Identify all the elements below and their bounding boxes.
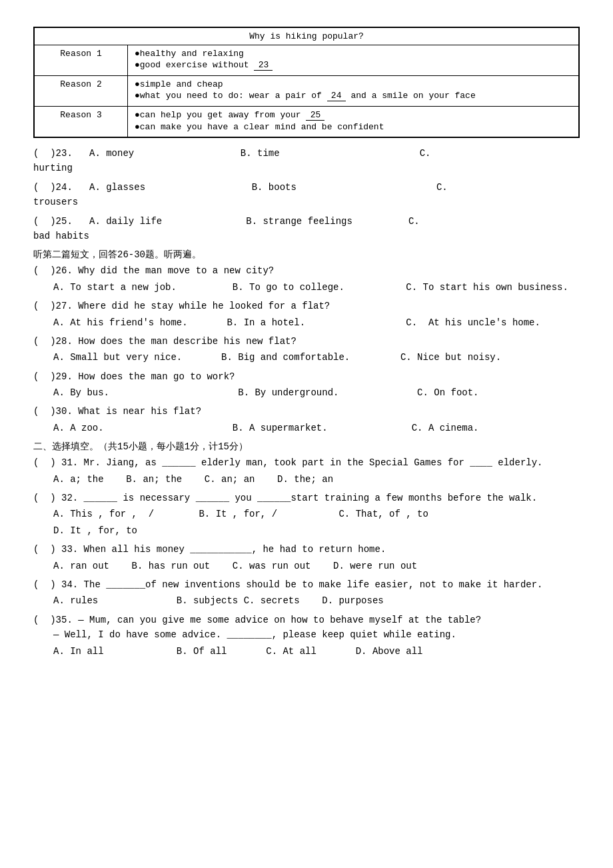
- question-31-block: ( ) 31. Mr. Jiang, as ______ elderly man…: [33, 455, 580, 487]
- question-32-block: ( ) 32. ______ is necessary ______ you _…: [33, 491, 580, 538]
- question-24-c: trousers: [33, 195, 580, 209]
- reason-1-label: Reason 1: [35, 45, 128, 76]
- question-25-c: bad habits: [33, 229, 580, 243]
- question-32-options-d: D. It , for, to: [53, 523, 580, 538]
- question-34-stem: ( ) 34. The _______of new inventions sho…: [33, 577, 580, 592]
- question-35-options: A. In all B. Of all C. At all D. Above a…: [53, 644, 580, 659]
- table-header: Why is hiking popular?: [35, 28, 579, 45]
- question-32-stem: ( ) 32. ______ is necessary ______ you _…: [33, 491, 580, 505]
- question-33-stem: ( ) 33. When all his money ___________, …: [33, 542, 580, 557]
- question-26-stem: ( )26. Why did the man move to a new cit…: [33, 263, 580, 278]
- question-27-block: ( )27. Where did he stay while he looked…: [33, 299, 580, 330]
- question-32-options-abc: A. This , for , / B. It , for, / C. That…: [53, 507, 580, 521]
- question-23-c: hurting: [33, 161, 580, 175]
- question-31-stem: ( ) 31. Mr. Jiang, as ______ elderly man…: [33, 455, 580, 470]
- question-23-stem: ( )23. A. money B. time C.: [33, 146, 580, 161]
- question-24-block: ( )24. A. glasses B. boots C. trousers: [33, 180, 580, 210]
- blank-24: 24: [327, 91, 346, 101]
- reason-2-label: Reason 2: [35, 76, 128, 107]
- reason-3-bullet-2: ●can make you have a clear mind and be c…: [135, 122, 572, 132]
- question-33-options: A. ran out B. has run out C. was run out…: [53, 559, 580, 573]
- blank-25: 25: [306, 110, 324, 121]
- question-25-block: ( )25. A. daily life B. strange feelings…: [33, 214, 580, 244]
- question-30-block: ( )30. What is near his flat? A. A zoo. …: [33, 404, 580, 435]
- question-29-stem: ( )29. How does the man go to work?: [33, 369, 580, 384]
- question-23-block: ( )23. A. money B. time C. hurting: [33, 146, 580, 176]
- reason-1-bullet-1: ●healthy and relaxing: [135, 49, 572, 59]
- question-34-options: A. rules B. subjects C. secrets D. purpo…: [53, 593, 580, 608]
- reason-2-bullets: ●simple and cheap ●what you need to do: …: [128, 76, 579, 107]
- reason-2-bullet-2: ●what you need to do: wear a pair of 24 …: [135, 91, 572, 101]
- question-31-options: A. a; the B. an; the C. an; an D. the; a…: [53, 472, 580, 487]
- reason-1-bullet-2: ●good exercise without 23: [135, 60, 572, 71]
- question-34-block: ( ) 34. The _______of new inventions sho…: [33, 577, 580, 609]
- question-35-stem-2: — Well, I do have some advice. ________,…: [53, 627, 580, 642]
- question-27-stem: ( )27. Where did he stay while he looked…: [33, 299, 580, 313]
- question-29-options: A. By bus. B. By underground. C. On foot…: [53, 385, 580, 400]
- question-28-options: A. Small but very nice. B. Big and comfo…: [53, 350, 580, 365]
- question-26-block: ( )26. Why did the man move to a new cit…: [33, 263, 580, 295]
- question-30-stem: ( )30. What is near his flat?: [33, 404, 580, 419]
- section3-title: 二、选择填空。（共15小题，每小题1分，计15分）: [33, 441, 580, 453]
- main-content: Why is hiking popular? Reason 1 ●healthy…: [33, 27, 580, 659]
- section2-title: 听第二篇短文，回答26-30题。听两遍。: [33, 249, 580, 261]
- question-35-block: ( )35. — Mum, can you give me some advic…: [33, 613, 580, 659]
- reason-3-bullets: ●can help you get away from your 25 ●can…: [128, 107, 579, 137]
- question-24-stem: ( )24. A. glasses B. boots C.: [33, 180, 580, 195]
- question-33-block: ( ) 33. When all his money ___________, …: [33, 542, 580, 573]
- question-29-block: ( )29. How does the man go to work? A. B…: [33, 369, 580, 401]
- hiking-table: Why is hiking popular? Reason 1 ●healthy…: [33, 27, 580, 138]
- question-26-options: A. To start a new job. B. To go to colle…: [53, 280, 580, 295]
- question-28-block: ( )28. How does the man describe his new…: [33, 334, 580, 365]
- question-30-options: A. A zoo. B. A supermarket. C. A cinema.: [53, 421, 580, 435]
- reason-3-label: Reason 3: [35, 107, 128, 137]
- reason-2-bullet-1: ●simple and cheap: [135, 79, 572, 89]
- blank-23: 23: [254, 60, 273, 71]
- question-27-options: A. At his friend's home. B. In a hotel. …: [53, 315, 580, 330]
- question-25-stem: ( )25. A. daily life B. strange feelings…: [33, 214, 580, 229]
- question-35-stem-1: ( )35. — Mum, can you give me some advic…: [33, 613, 580, 627]
- reason-3-bullet-1: ●can help you get away from your 25: [135, 110, 572, 121]
- question-28-stem: ( )28. How does the man describe his new…: [33, 334, 580, 349]
- reason-1-bullets: ●healthy and relaxing ●good exercise wit…: [128, 45, 579, 76]
